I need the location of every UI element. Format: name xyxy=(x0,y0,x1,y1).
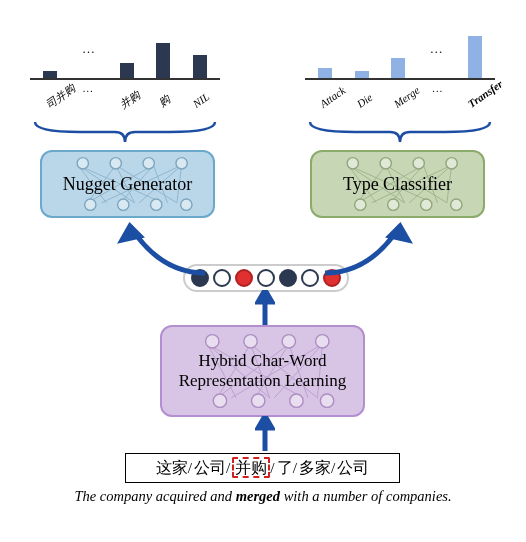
vector-dot xyxy=(279,269,297,287)
hybrid-representation-module: Hybrid Char-Word Representation Learning xyxy=(160,325,365,417)
svg-point-19 xyxy=(181,199,192,210)
svg-marker-63 xyxy=(258,416,272,428)
module-label: Hybrid Char-Word xyxy=(198,351,326,371)
token: 公司 xyxy=(337,458,369,479)
type-classifier-module: Type Classifier xyxy=(310,150,485,218)
token-highlight: 并购/ xyxy=(232,458,274,479)
svg-point-14 xyxy=(143,158,154,169)
brace-icon xyxy=(30,120,220,144)
bars: … xyxy=(305,20,495,80)
bar xyxy=(120,63,134,78)
svg-marker-61 xyxy=(390,226,408,240)
arrow-icon xyxy=(100,218,230,278)
bar xyxy=(193,55,207,78)
tick-label: Die xyxy=(354,92,372,110)
vector-dot xyxy=(257,269,275,287)
input-sentence: 这家/ 公司/ 并购/ 了/ 多家/ 公司 xyxy=(125,453,400,483)
arrow-icon xyxy=(255,416,275,456)
svg-point-57 xyxy=(252,394,265,407)
nugget-generator-module: Nugget Generator xyxy=(40,150,215,218)
svg-marker-62 xyxy=(258,290,272,302)
arrow-icon xyxy=(300,218,430,278)
tick-label: … xyxy=(430,82,444,94)
translation-caption: The company acquired and merged with a n… xyxy=(0,488,526,505)
svg-marker-60 xyxy=(122,226,140,240)
svg-point-37 xyxy=(388,199,399,210)
bar xyxy=(468,36,482,78)
svg-point-35 xyxy=(446,158,457,169)
svg-point-18 xyxy=(151,199,162,210)
svg-point-34 xyxy=(413,158,424,169)
svg-point-56 xyxy=(213,394,226,407)
tick-label: … xyxy=(81,82,95,97)
token: 多家/ xyxy=(299,458,335,479)
tick-label: 购 xyxy=(154,92,174,112)
tick-label: Attack xyxy=(317,92,335,110)
token: 了/ xyxy=(277,458,297,479)
ellipsis: … xyxy=(427,41,445,57)
svg-point-32 xyxy=(347,158,358,169)
bar xyxy=(318,68,332,78)
tick-label: Transfer xyxy=(466,92,484,110)
bar xyxy=(391,58,405,78)
bar xyxy=(355,71,369,78)
token: 公司/ xyxy=(194,458,230,479)
svg-point-38 xyxy=(421,199,432,210)
svg-point-13 xyxy=(110,158,121,169)
nugget-output-chart: … 司并购 … 并购 购 NIL xyxy=(30,20,220,105)
svg-point-52 xyxy=(206,335,219,348)
svg-point-55 xyxy=(316,335,329,348)
svg-point-12 xyxy=(77,158,88,169)
svg-point-33 xyxy=(380,158,391,169)
brace-icon xyxy=(305,120,495,144)
svg-point-36 xyxy=(355,199,366,210)
tick-label: Merge xyxy=(392,92,410,110)
arrow-icon xyxy=(255,290,275,330)
type-output-chart: … Attack Die Merge … Transfer xyxy=(305,20,495,105)
tick-label: NIL xyxy=(191,92,211,112)
bars: … xyxy=(30,20,220,80)
ellipsis: … xyxy=(80,41,98,57)
bar xyxy=(43,71,57,78)
token: 这家/ xyxy=(156,458,192,479)
tick-label: 司并购 xyxy=(42,92,62,112)
module-label: Representation Learning xyxy=(179,371,347,391)
vector-dot xyxy=(235,269,253,287)
bar xyxy=(156,43,170,78)
svg-point-16 xyxy=(85,199,96,210)
svg-point-17 xyxy=(118,199,129,210)
module-label: Nugget Generator xyxy=(63,174,192,195)
module-label: Type Classifier xyxy=(343,174,452,195)
svg-point-39 xyxy=(451,199,462,210)
svg-point-59 xyxy=(320,394,333,407)
svg-point-15 xyxy=(176,158,187,169)
svg-point-54 xyxy=(282,335,295,348)
tick-label: 并购 xyxy=(117,92,137,112)
svg-point-53 xyxy=(244,335,257,348)
svg-point-58 xyxy=(290,394,303,407)
